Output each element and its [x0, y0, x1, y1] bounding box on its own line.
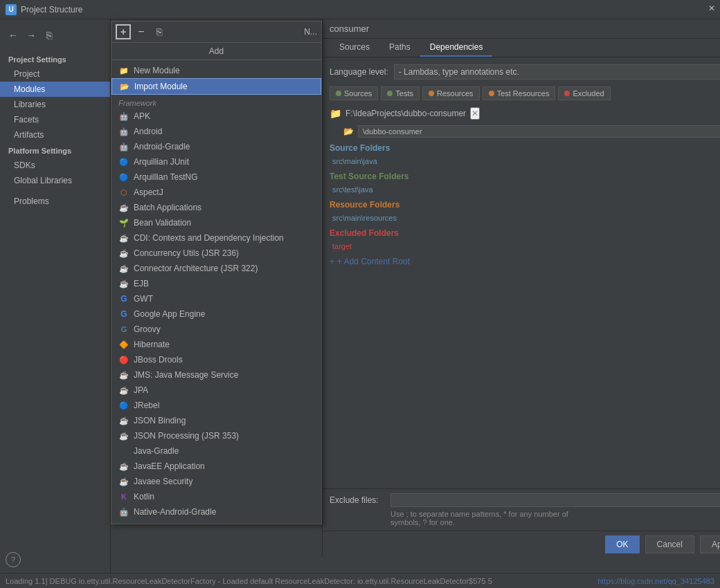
content-root-close[interactable]: ✕ [470, 107, 480, 120]
framework-java-gradle[interactable]: Java-Gradle [111, 443, 321, 459]
exclude-row: Exclude files: [330, 493, 720, 507]
resource-folders-section: Resource Folders src\main\resources ✎ ✕ [330, 200, 720, 223]
framework-javaee-application[interactable]: ☕ JavaEE Application [111, 459, 321, 474]
test-folder-path: src\test\java [332, 185, 373, 194]
test-resources-dot [489, 91, 494, 96]
framework-json-processing[interactable]: ☕ JSON Processing (JSR 353) [111, 428, 321, 443]
framework-groovy[interactable]: G Groovy [111, 322, 321, 337]
test-source-folders-section: Test Source Folders src\test\java ✎ ✕ [330, 172, 720, 194]
framework-jms[interactable]: ☕ JMS: Java Message Service [111, 367, 321, 383]
close-button[interactable]: ✕ [706, 3, 717, 14]
arquillian-junit-icon: 🔵 [118, 156, 129, 167]
add-menu-section: 📁 New Module 📂 Import Module [111, 60, 321, 96]
javaee-app-icon: ☕ [118, 461, 129, 472]
tab-paths[interactable]: Paths [379, 39, 420, 57]
sidebar-item-project[interactable]: Project [0, 66, 110, 82]
framework-connector-architecture[interactable]: ☕ Connector Architecture (JSR 322) [111, 261, 321, 276]
framework-aspectj[interactable]: ⬡ AspectJ [111, 185, 321, 200]
status-text: Loading 1.1] DEBUG io.etty.util.Resource… [6, 577, 597, 585]
framework-javaee-security[interactable]: ☕ Javaee Security [111, 474, 321, 489]
help-button[interactable]: ? [6, 552, 21, 567]
framework-native-android-gradle[interactable]: 🤖 Native-Android-Gradle [111, 504, 321, 520]
sidebar-item-libraries[interactable]: Libraries [0, 97, 110, 112]
exclude-input[interactable] [390, 493, 720, 507]
tab-dependencies[interactable]: Dependencies [420, 39, 493, 57]
framework-ejb[interactable]: ☕ EJB [111, 276, 321, 291]
source-folders-section: Source Folders src\main\java ✎ ✕ [330, 143, 720, 166]
resources-path-label: Resources [437, 89, 474, 98]
framework-jrebel[interactable]: 🔵 JRebel [111, 398, 321, 413]
framework-arquillian-testng[interactable]: 🔵 Arquillian TestNG [111, 169, 321, 185]
new-module-item[interactable]: 📁 New Module [111, 63, 321, 78]
sdk-row: Language level: - Lambdas, type annotati… [330, 64, 720, 80]
dialog-buttons: OK Cancel Apply [323, 531, 720, 558]
kotlin-icon: K [118, 491, 129, 502]
sources-dot [336, 91, 341, 96]
source-path-row: src\main\java ✎ ✕ [330, 156, 720, 166]
path-value-input[interactable]: \dubbo-consumer [358, 125, 720, 138]
copy-button[interactable]: ⎘ [42, 28, 57, 43]
back-button[interactable]: ← [6, 28, 21, 43]
framework-json-binding[interactable]: ☕ JSON Binding [111, 413, 321, 428]
ok-button[interactable]: OK [605, 535, 639, 553]
framework-jpa[interactable]: ☕ JPA [111, 383, 321, 398]
module-name: consumer [330, 24, 369, 34]
sources-path-tab[interactable]: Sources [330, 86, 378, 100]
import-module-item[interactable]: 📂 Import Module [111, 78, 321, 95]
resource-folders-header: Resource Folders [330, 200, 720, 210]
connector-icon: ☕ [118, 263, 129, 274]
sources-path-label: Sources [344, 89, 372, 98]
framework-google-app-engine[interactable]: G Google App Engine [111, 306, 321, 322]
framework-concurrency-utils[interactable]: ☕ Concurrency Utils (JSR 236) [111, 246, 321, 261]
sidebar-item-artifacts[interactable]: Artifacts [0, 127, 110, 143]
add-content-icon: + [330, 257, 334, 266]
sidebar-item-problems[interactable]: Problems [0, 194, 110, 209]
sidebar-item-modules[interactable]: Modules [0, 82, 110, 97]
framework-jboss-drools[interactable]: 🔴 JBoss Drools [111, 352, 321, 367]
copy-module-button[interactable]: ⎘ [152, 24, 167, 39]
resources-dot [429, 91, 434, 96]
test-resources-path-tab[interactable]: Test Resources [483, 86, 556, 100]
tests-path-tab[interactable]: Tests [381, 86, 420, 100]
add-content-root-button[interactable]: + + Add Content Root [330, 257, 720, 266]
module-header: consumer [323, 19, 720, 39]
tab-sources[interactable]: Sources [330, 39, 379, 57]
sub-folder-icon: 📂 [343, 127, 354, 136]
add-button[interactable]: + [116, 24, 131, 39]
status-url[interactable]: https://blog.csdn.net/qq_34125483 [597, 577, 714, 585]
remove-button[interactable]: − [134, 24, 149, 39]
json-binding-icon: ☕ [118, 415, 129, 426]
module-tabs: Sources Paths Dependencies [323, 39, 720, 57]
resources-path-tab[interactable]: Resources [422, 86, 480, 100]
sidebar-item-facets[interactable]: Facets [0, 112, 110, 127]
sidebar: ← → ⎘ Project Settings Project Modules L… [0, 19, 111, 573]
framework-apk[interactable]: 🤖 APK [111, 109, 321, 124]
sidebar-item-sdks[interactable]: SDKs [0, 158, 110, 173]
android-gradle-icon: 🤖 [118, 141, 129, 152]
framework-android[interactable]: 🤖 Android [111, 124, 321, 139]
bean-validation-icon: 🌱 [118, 217, 129, 228]
framework-gwt[interactable]: G GWT [111, 291, 321, 306]
framework-batch-applications[interactable]: ☕ Batch Applications [111, 200, 321, 215]
framework-osgi[interactable]: ▣ OSGi [111, 520, 321, 524]
framework-android-gradle[interactable]: 🤖 Android-Gradle [111, 139, 321, 154]
framework-bean-validation[interactable]: 🌱 Bean Validation [111, 215, 321, 230]
sidebar-item-global-libraries[interactable]: Global Libraries [0, 173, 110, 188]
language-level-dropdown[interactable]: - Lambdas, type annotations etc. ▼ [394, 64, 720, 80]
folder-icon: 📁 [330, 108, 341, 119]
forward-button[interactable]: → [24, 28, 39, 43]
cancel-button[interactable]: Cancel [645, 535, 694, 553]
framework-hibernate[interactable]: 🔶 Hibernate [111, 337, 321, 352]
framework-arquillian-junit[interactable]: 🔵 Arquillian JUnit [111, 154, 321, 169]
framework-cdi[interactable]: ☕ CDI: Contexts and Dependency Injection [111, 230, 321, 246]
excluded-path-tab[interactable]: Excluded [558, 86, 610, 100]
platform-settings-header: Platform Settings [0, 143, 110, 158]
new-module-icon: 📁 [118, 65, 129, 76]
app-icon: U [6, 4, 17, 15]
excluded-folder-path: target [332, 242, 352, 250]
excluded-dot [564, 91, 570, 96]
test-source-folders-header: Test Source Folders [330, 172, 720, 181]
framework-kotlin[interactable]: K Kotlin [111, 489, 321, 504]
language-level-label: Language level: [330, 67, 388, 77]
apply-button[interactable]: Apply [700, 535, 720, 553]
